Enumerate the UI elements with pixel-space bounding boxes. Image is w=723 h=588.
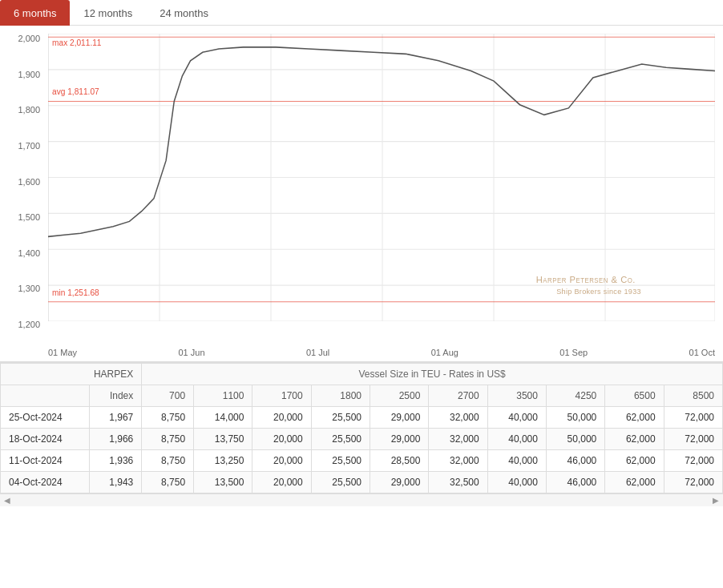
cell-value: 14,000 (194, 407, 252, 429)
cell-value: 25,500 (311, 472, 370, 493)
cell-value: 62,000 (605, 472, 664, 493)
cell-value: 40,000 (487, 450, 546, 472)
index-col-header: Index (90, 385, 142, 407)
tab-6months[interactable]: 6 months (0, 0, 70, 26)
cell-value: 62,000 (605, 450, 664, 472)
cell-value: 28,500 (370, 450, 429, 472)
cell-value: 72,000 (664, 407, 722, 429)
col-8500: 8500 (664, 385, 722, 407)
table-row: 25-Oct-20241,9678,75014,00020,00025,5002… (1, 407, 723, 429)
cell-value: 29,000 (370, 472, 429, 493)
x-label-oct: 01 Oct (689, 348, 715, 357)
cell-value: 46,000 (546, 472, 604, 493)
cell-value: 72,000 (664, 450, 722, 472)
cell-value: 50,000 (546, 429, 604, 450)
table-row: 04-Oct-20241,9438,75013,50020,00025,5002… (1, 472, 723, 493)
cell-value: 32,000 (429, 407, 487, 429)
cell-index: 1,943 (90, 472, 142, 493)
cell-value: 32,500 (429, 472, 487, 493)
vessel-header: Vessel Size in TEU - Rates in US$ (142, 364, 723, 385)
svg-text:avg 1,811.07: avg 1,811.07 (52, 87, 99, 96)
y-label-1800: 1,800 (18, 105, 40, 115)
harpex-header: HARPEX (1, 364, 142, 385)
data-table: HARPEX Vessel Size in TEU - Rates in US$… (0, 363, 723, 493)
cell-value: 20,000 (252, 472, 311, 493)
cell-date: 18-Oct-2024 (1, 429, 90, 450)
cell-value: 72,000 (664, 472, 722, 493)
col-700: 700 (142, 385, 194, 407)
cell-value: 8,750 (142, 407, 194, 429)
y-label-1900: 1,900 (18, 70, 40, 79)
cell-index: 1,936 (90, 450, 142, 472)
cell-value: 40,000 (487, 472, 546, 493)
tab-24months[interactable]: 24 months (146, 0, 222, 26)
x-label-jul: 01 Jul (306, 348, 329, 357)
col-3500: 3500 (487, 385, 546, 407)
chart-svg: max 2,011.11 avg 1,811.07 min 1,251.68 H… (48, 34, 715, 321)
cell-value: 46,000 (546, 450, 604, 472)
col-2700: 2700 (429, 385, 487, 407)
cell-value: 62,000 (605, 407, 664, 429)
cell-value: 29,000 (370, 429, 429, 450)
cell-value: 29,000 (370, 407, 429, 429)
x-axis: 01 May 01 Jun 01 Jul 01 Aug 01 Sep 01 Oc… (48, 348, 715, 357)
scroll-bar[interactable]: ◀ ▶ (0, 493, 723, 506)
cell-value: 25,500 (311, 407, 370, 429)
cell-value: 62,000 (605, 429, 664, 450)
cell-date: 11-Oct-2024 (1, 450, 90, 472)
cell-index: 1,967 (90, 407, 142, 429)
cell-value: 8,750 (142, 429, 194, 450)
scroll-right-icon[interactable]: ▶ (713, 496, 719, 505)
cell-value: 20,000 (252, 429, 311, 450)
cell-date: 04-Oct-2024 (1, 472, 90, 493)
tab-bar: 6 months 12 months 24 months (0, 0, 723, 26)
cell-value: 25,500 (311, 450, 370, 472)
x-label-jun: 01 Jun (178, 348, 204, 357)
y-label-1500: 1,500 (18, 212, 40, 222)
chart-container: 2,000 1,900 1,800 1,700 1,600 1,500 1,40… (0, 26, 723, 362)
cell-value: 20,000 (252, 407, 311, 429)
cell-value: 72,000 (664, 429, 722, 450)
cell-value: 40,000 (487, 429, 546, 450)
col-1100: 1100 (194, 385, 252, 407)
table-row: 18-Oct-20241,9668,75013,75020,00025,5002… (1, 429, 723, 450)
y-label-1200: 1,200 (18, 320, 40, 329)
col-1800: 1800 (311, 385, 370, 407)
table-row: 11-Oct-20241,9368,75013,25020,00025,5002… (1, 450, 723, 472)
cell-value: 20,000 (252, 450, 311, 472)
date-col-header (1, 385, 90, 407)
cell-index: 1,966 (90, 429, 142, 450)
x-label-sep: 01 Sep (559, 348, 588, 357)
cell-value: 13,500 (194, 472, 252, 493)
data-table-wrapper: HARPEX Vessel Size in TEU - Rates in US$… (0, 362, 723, 493)
col-4250: 4250 (546, 385, 604, 407)
y-label-1400: 1,400 (18, 248, 40, 258)
cell-value: 13,750 (194, 429, 252, 450)
cell-value: 8,750 (142, 472, 194, 493)
svg-text:Harper Petersen & Co.: Harper Petersen & Co. (536, 275, 636, 284)
svg-text:min 1,251.68: min 1,251.68 (52, 288, 99, 297)
svg-text:Ship Brokers since 1933: Ship Brokers since 1933 (556, 288, 641, 296)
col-2500: 2500 (370, 385, 429, 407)
col-1700: 1700 (252, 385, 311, 407)
x-label-may: 01 May (48, 348, 77, 357)
cell-value: 50,000 (546, 407, 604, 429)
y-label-2000: 2,000 (18, 34, 40, 43)
y-label-1700: 1,700 (18, 141, 40, 151)
y-label-1300: 1,300 (18, 284, 40, 293)
cell-value: 13,250 (194, 450, 252, 472)
scroll-left-icon[interactable]: ◀ (4, 496, 10, 505)
tab-12months[interactable]: 12 months (70, 0, 146, 26)
cell-value: 32,000 (429, 429, 487, 450)
svg-text:max 2,011.11: max 2,011.11 (52, 38, 102, 47)
x-label-aug: 01 Aug (431, 348, 458, 357)
cell-value: 25,500 (311, 429, 370, 450)
y-axis: 2,000 1,900 1,800 1,700 1,600 1,500 1,40… (0, 34, 44, 329)
y-label-1600: 1,600 (18, 177, 40, 187)
cell-value: 8,750 (142, 450, 194, 472)
col-6500: 6500 (605, 385, 664, 407)
cell-value: 32,000 (429, 450, 487, 472)
cell-value: 40,000 (487, 407, 546, 429)
cell-date: 25-Oct-2024 (1, 407, 90, 429)
